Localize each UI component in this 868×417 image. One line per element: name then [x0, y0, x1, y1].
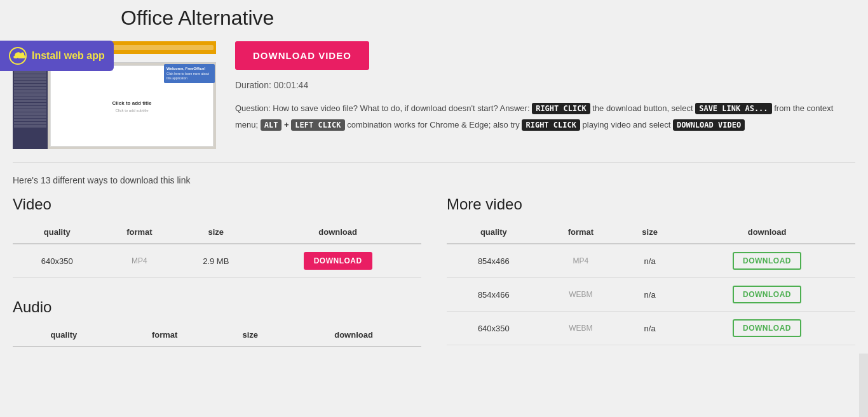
col-format-more: format: [541, 221, 621, 244]
install-web-app-badge[interactable]: Install web app: [0, 41, 114, 71]
video-download-button[interactable]: DOWNLOAD: [304, 252, 372, 270]
col-download-more: download: [679, 221, 855, 244]
answer-block: Question: How to save video file? What t…: [235, 100, 855, 133]
more-format: MP4: [541, 244, 621, 278]
more-size: n/a: [621, 312, 679, 345]
video-size: 2.9 MB: [177, 244, 254, 278]
more-format: WEBM: [541, 278, 621, 312]
info-panel: DOWNLOAD VIDEO Duration: 00:01:44 Questi…: [235, 41, 855, 149]
col-download-audio: download: [286, 324, 421, 347]
audio-table: quality format size download: [13, 324, 421, 347]
table-row: 854x466 WEBM n/a DOWNLOAD: [447, 278, 855, 312]
download-video-kbd: DOWNLOAD VIDEO: [673, 119, 745, 131]
more-download-button[interactable]: DOWNLOAD: [733, 252, 801, 270]
col-quality-audio: quality: [13, 324, 115, 347]
combo-text: combination works for Chrome & Edge; als…: [347, 120, 520, 129]
more-download-button[interactable]: DOWNLOAD: [733, 319, 801, 337]
col-quality-video: quality: [13, 221, 102, 244]
doc-title: Click to add title: [112, 100, 152, 106]
alt-kbd: ALT: [261, 119, 282, 131]
col-size-audio: size: [214, 324, 286, 347]
table-row: 640x350 MP4 2.9 MB DOWNLOAD: [13, 244, 421, 278]
more-quality: 854x466: [447, 244, 541, 278]
plus-sign: +: [284, 120, 291, 129]
main-content-area: Click to add title Click to add subtitle…: [13, 41, 855, 149]
page-title: Office Alternative: [121, 6, 855, 30]
playing-text: playing video and select: [583, 120, 671, 129]
more-download-button[interactable]: DOWNLOAD: [733, 286, 801, 303]
col-format-audio: format: [115, 324, 215, 347]
left-click-kbd: LEFT CLICK: [291, 119, 344, 131]
more-video-section-title: More video: [447, 195, 855, 213]
doc-area: Click to add title Click to add subtitle…: [13, 63, 216, 149]
more-quality: 854x466: [447, 278, 541, 312]
question-text: Question: How to save video file? What t…: [235, 103, 498, 113]
ways-text: Here's 13 different ways to download thi…: [13, 175, 855, 185]
duration-text: Duration: 00:01:44: [235, 80, 855, 90]
audio-section-title: Audio: [13, 298, 421, 316]
divider: [13, 162, 855, 162]
sidebar-left: [13, 63, 48, 149]
more-download-cell: DOWNLOAD: [679, 244, 855, 278]
more-download-cell: DOWNLOAD: [679, 312, 855, 345]
more-format: WEBM: [541, 312, 621, 345]
doc-subtitle: Click to add subtitle: [115, 109, 148, 112]
col-size-video: size: [177, 221, 254, 244]
video-section-title: Video: [13, 195, 421, 213]
right-click-kbd: RIGHT CLICK: [532, 103, 590, 114]
tables-row: Video quality format size download 640x3…: [13, 195, 855, 347]
answer-prefix: Answer:: [500, 103, 530, 113]
table-row: 854x466 MP4 n/a DOWNLOAD: [447, 244, 855, 278]
welcome-box: Welcome, FreeOffice! Click here to learn…: [164, 64, 215, 83]
more-video-table: quality format size download 854x466 MP4…: [447, 221, 855, 345]
more-size: n/a: [621, 278, 679, 312]
video-quality: 640x350: [13, 244, 102, 278]
col-format-video: format: [102, 221, 178, 244]
context-text: the download button, select: [592, 103, 693, 113]
video-section: Video quality format size download 640x3…: [13, 195, 421, 347]
col-download-video: download: [254, 221, 421, 244]
download-video-button[interactable]: DOWNLOAD VIDEO: [235, 41, 369, 70]
col-quality-more: quality: [447, 221, 541, 244]
save-link-as-kbd: SAVE LINK AS...: [695, 103, 771, 114]
col-size-more: size: [621, 221, 679, 244]
video-format: MP4: [102, 244, 178, 278]
right-click-kbd-2: RIGHT CLICK: [522, 119, 580, 131]
table-row: 640x350 WEBM n/a DOWNLOAD: [447, 312, 855, 345]
more-quality: 640x350: [447, 312, 541, 345]
video-download-cell: DOWNLOAD: [254, 244, 421, 278]
install-badge-label: Install web app: [32, 50, 105, 62]
page-wrapper: Install web app Office Alternative Click…: [0, 0, 868, 354]
more-video-section: More video quality format size download …: [447, 195, 855, 347]
install-icon: [9, 47, 27, 65]
more-size: n/a: [621, 244, 679, 278]
more-download-cell: DOWNLOAD: [679, 278, 855, 312]
video-table: quality format size download 640x350 MP4…: [13, 221, 421, 278]
